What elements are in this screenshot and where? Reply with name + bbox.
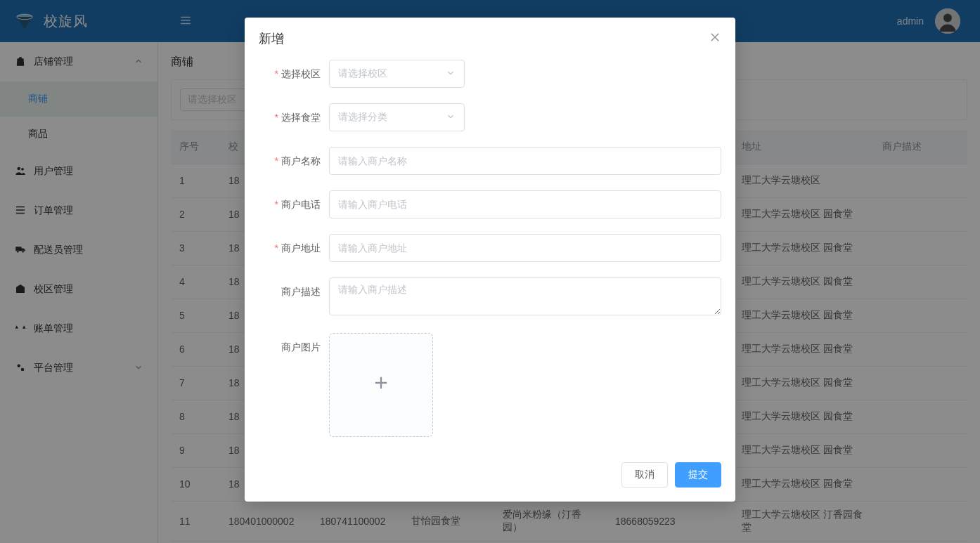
select-placeholder: 请选择校区 — [338, 67, 387, 80]
add-shop-modal: 新增 *选择校区 请选择校区 *选择食堂 请选择分类 — [245, 18, 735, 502]
chevron-down-icon — [446, 112, 456, 124]
plus-icon — [371, 373, 391, 398]
shop-desc-textarea[interactable] — [329, 277, 721, 315]
close-icon[interactable] — [709, 31, 721, 47]
image-upload[interactable] — [329, 333, 433, 437]
select-placeholder: 请选择分类 — [338, 111, 387, 124]
shop-address-input[interactable] — [329, 234, 721, 262]
label-address: 商户地址 — [281, 242, 321, 254]
shop-address-field[interactable] — [338, 242, 712, 254]
submit-button[interactable]: 提交 — [675, 462, 721, 488]
shop-phone-input[interactable] — [329, 190, 721, 218]
campus-select[interactable]: 请选择校区 — [329, 60, 465, 88]
cancel-label: 取消 — [635, 469, 655, 481]
chevron-down-icon — [446, 68, 456, 80]
modal-header: 新增 — [245, 18, 735, 53]
modal-footer: 取消 提交 — [245, 455, 735, 502]
modal-body: *选择校区 请选择校区 *选择食堂 请选择分类 *商户名称 — [245, 53, 735, 455]
modal-title: 新增 — [259, 30, 709, 47]
label-image: 商户图片 — [281, 341, 321, 353]
cancel-button[interactable]: 取消 — [621, 462, 668, 488]
label-canteen: 选择食堂 — [281, 112, 321, 123]
canteen-select[interactable]: 请选择分类 — [329, 103, 465, 131]
shop-name-input[interactable] — [329, 147, 721, 175]
submit-label: 提交 — [688, 469, 708, 481]
shop-name-field[interactable] — [338, 155, 712, 166]
label-phone: 商户电话 — [281, 199, 321, 210]
label-campus: 选择校区 — [281, 68, 321, 79]
label-desc: 商户描述 — [281, 286, 321, 297]
label-name: 商户名称 — [281, 155, 321, 166]
shop-phone-field[interactable] — [338, 199, 712, 210]
